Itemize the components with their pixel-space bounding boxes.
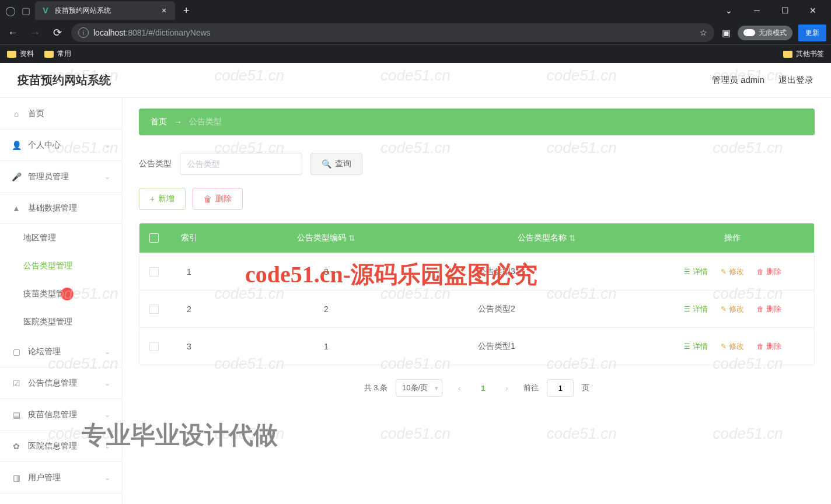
current-page[interactable]: 1 [476,384,490,393]
detail-icon: ☰ [684,342,690,351]
chevron-down-icon: ⌄ [104,379,110,387]
toolbar-right: ▣ 无痕模式 更新 [720,24,826,41]
sidebar-item-home[interactable]: ⌂首页 [0,98,122,130]
window-minimize-icon[interactable]: ─ [743,1,770,20]
delete-button[interactable]: 🗑删除 [193,188,243,210]
browser-tab[interactable]: V 疫苗预约网站系统 × [35,1,175,20]
sidebar-item-region[interactable]: 地区管理 [0,224,122,252]
window-close-icon[interactable]: ✕ [799,1,826,20]
browser-chrome: ◯ ▢ V 疫苗预约网站系统 × + ⌄ ─ ☐ ✕ ← → ⟳ i local… [0,0,831,63]
chevron-down-icon: ⌄ [104,141,110,149]
sidebar-item-label: 个人中心 [28,140,61,150]
update-button[interactable]: 更新 [798,24,826,41]
blank-tab-icon[interactable]: ▢ [20,5,32,16]
user-icon: 👤 [12,141,21,150]
row-checkbox[interactable] [149,342,159,351]
row-detail-button[interactable]: ☰详情 [684,267,708,277]
search-input[interactable] [180,153,302,175]
th-code[interactable]: 公告类型编码 ⇅ [210,233,443,243]
window-controls: ⌄ ─ ☐ ✕ [715,1,826,20]
row-edit-button[interactable]: ✎修改 [721,267,744,277]
hospital-icon: ✿ [12,442,21,451]
row-checkbox[interactable] [149,267,159,276]
sidebar-item-label: 基础数据管理 [28,203,77,214]
detail-icon: ☰ [684,268,690,276]
sort-icon: ⇅ [348,233,355,243]
search-button[interactable]: 🔍查询 [310,153,362,175]
table-row: 3 1 公告类型1 ☰详情 ✎修改 🗑删除 [139,327,814,365]
row-edit-button[interactable]: ✎修改 [721,341,744,352]
sidebar-item-hospital-info[interactable]: ✿医院信息管理⌄ [0,430,122,462]
cell-code: 2 [210,304,443,314]
page-info-icon[interactable]: ◯ [5,5,16,16]
tab-close-icon[interactable]: × [159,6,169,15]
add-button[interactable]: +新增 [139,188,186,210]
logout-link[interactable]: 退出登录 [778,75,813,86]
sidebar-item-admin[interactable]: 🎤管理员管理⌄ [0,161,122,192]
sidebar-item-personal[interactable]: 👤个人中心⌄ [0,130,122,161]
check-icon: ☑ [12,379,21,388]
th-index: 索引 [169,233,210,243]
cell-index: 2 [169,304,210,314]
sidebar-item-label: 首页 [28,108,44,119]
sidebar-item-vaccine-info[interactable]: ▤疫苗信息管理⌄ [0,399,122,430]
bookmark-folder-1[interactable]: 资料 [7,49,34,59]
bookmark-folder-other[interactable]: 其他书签 [783,49,824,59]
sidebar-item-user-mgmt[interactable]: ▥用户管理⌄ [0,462,122,494]
action-row: +新增 🗑删除 [139,188,815,210]
select-all-checkbox[interactable] [149,233,159,243]
next-page-button[interactable]: › [498,379,515,397]
nav-forward-icon[interactable]: → [27,24,43,41]
delete-icon: 🗑 [757,268,764,276]
window-maximize-icon[interactable]: ☐ [771,1,798,20]
pagination-total: 共 3 条 [364,383,387,393]
user-info: 管理员 admin [712,75,764,86]
incognito-label: 无痕模式 [759,28,787,38]
page-size-select[interactable]: 10条/页 [396,379,442,397]
extensions-icon[interactable]: ▣ [720,27,732,38]
th-name[interactable]: 公告类型名称 ⇅ [443,233,651,243]
main-content: 首页 → 公告类型 公告类型 🔍查询 +新增 🗑删除 索引 公告类型编码 ⇅ 公… [123,98,831,504]
row-detail-button[interactable]: ☰详情 [684,304,708,314]
nav-reload-icon[interactable]: ⟳ [49,24,65,41]
cell-code: 3 [210,267,443,276]
sidebar-item-label: 疫苗信息管理 [28,410,77,420]
new-tab-button[interactable]: + [179,5,194,17]
table-header: 索引 公告类型编码 ⇅ 公告类型名称 ⇅ 操作 [139,223,814,253]
folder-icon [7,51,16,58]
window-dropdown-icon[interactable]: ⌄ [715,1,742,20]
prev-page-button[interactable]: ‹ [451,379,468,397]
sidebar-item-notice-info[interactable]: ☑公告信息管理⌄ [0,368,122,399]
breadcrumb-current: 公告类型 [189,117,222,127]
forum-icon: ▢ [12,347,21,356]
row-detail-button[interactable]: ☰详情 [684,341,708,352]
address-bar[interactable]: i localhost:8081/#/dictionaryNews ☆ [71,23,714,42]
vaccine-icon: ▤ [12,410,21,419]
sidebar-item-notice-type[interactable]: 公告类型管理 [0,252,122,280]
bookmark-bar: 资料 常用 其他书签 [0,44,831,63]
sidebar-item-basedata[interactable]: ▲基础数据管理 [0,192,122,224]
breadcrumb-separator-icon: → [174,117,182,127]
row-checkbox[interactable] [149,304,159,314]
sidebar-item-vaccine-type[interactable]: 疫苗类型管理 [0,280,122,308]
bookmark-star-icon[interactable]: ☆ [700,28,707,37]
breadcrumb-home[interactable]: 首页 [151,117,167,127]
delete-icon: 🗑 [757,342,764,351]
row-edit-button[interactable]: ✎修改 [721,304,744,314]
row-delete-button[interactable]: 🗑删除 [757,341,781,352]
edit-icon: ✎ [721,268,727,276]
search-row: 公告类型 🔍查询 [139,153,815,175]
sidebar-item-forum[interactable]: ▢论坛管理⌄ [0,336,122,368]
incognito-badge: 无痕模式 [738,26,792,40]
sidebar-item-label: 医院信息管理 [28,441,77,452]
bookmark-folder-2[interactable]: 常用 [44,49,71,59]
cell-name: 公告类型1 [443,341,651,352]
row-delete-button[interactable]: 🗑删除 [757,304,781,314]
site-info-icon[interactable]: i [78,27,89,38]
row-delete-button[interactable]: 🗑删除 [757,267,781,277]
goto-page-input[interactable] [547,379,574,397]
chevron-down-icon: ⌄ [104,411,110,419]
sidebar-item-hospital-type[interactable]: 医院类型管理 [0,308,122,336]
sidebar-item-label: 论坛管理 [28,346,61,357]
nav-back-icon[interactable]: ← [5,24,21,41]
